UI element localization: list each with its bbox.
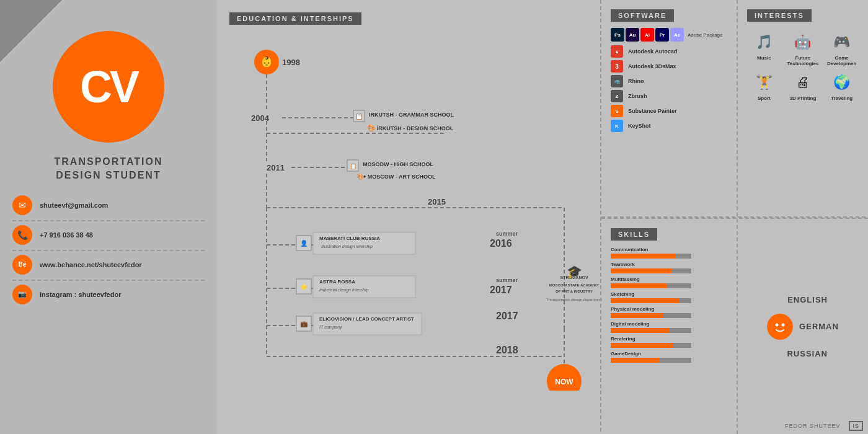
3d-printing-label: 3D Printing (790, 95, 817, 101)
skill-bar-teamwork (611, 268, 671, 273)
svg-text:2018: 2018 (496, 345, 518, 355)
svg-text:🎨: 🎨 (357, 173, 365, 180)
year-1998: 1998 (282, 58, 300, 67)
svg-text:📋: 📋 (350, 162, 357, 170)
interest-future-tech: 🤖 Future Technologies (786, 31, 820, 66)
cv-title: TRANSPORTATION DESIGN STUDENT (55, 155, 163, 183)
instagram-item: 📷 Instagram : shuteevfedor (12, 285, 205, 304)
skill-bar-multitasking (611, 283, 667, 288)
svg-text:Transportation design departme: Transportation design department (546, 298, 602, 301)
music-icon: 🎵 (753, 31, 775, 53)
traveling-icon: 🌍 (831, 71, 853, 94)
email-icon: ✉ (12, 195, 32, 215)
music-label: Music (757, 55, 771, 61)
divider-1 (12, 220, 205, 221)
svg-point-55 (771, 318, 789, 335)
skill-bar-physical-modeling (611, 313, 663, 318)
behance-item: Bē www.behance.net/shuteevfedor (12, 255, 205, 275)
svg-text:summer: summer (496, 231, 518, 237)
skill-bar-digital-modeling (611, 328, 669, 333)
game-dev-icon: 🎮 (831, 31, 853, 53)
svg-text:👤: 👤 (300, 239, 308, 247)
traveling-label: Traveling (831, 95, 852, 101)
phone-text: +7 916 036 38 48 (40, 231, 93, 239)
svg-text:💼: 💼 (300, 320, 308, 328)
svg-text:2017: 2017 (490, 285, 512, 295)
cv-circle: CV (53, 31, 164, 143)
svg-text:MOSCOW - HIGH SCHOOL: MOSCOW - HIGH SCHOOL (363, 161, 433, 167)
languages-section: ENGLISH GERMAN (738, 219, 868, 434)
footer: FEDOR SHUTEEV IS (785, 423, 863, 429)
svg-point-56 (776, 323, 779, 326)
lang-german-name: GERMAN (799, 322, 839, 331)
year-2011: 2011 (267, 163, 285, 172)
left-panel: CV TRANSPORTATION DESIGN STUDENT ✉ shute… (0, 0, 217, 434)
svg-text:👶: 👶 (260, 56, 273, 68)
3d-printing-icon: 🖨 (792, 71, 814, 94)
instagram-icon: 📷 (12, 285, 32, 304)
divider-2 (12, 250, 205, 251)
interest-traveling: 🌍 Traveling (825, 71, 859, 101)
svg-text:📋: 📋 (355, 112, 363, 120)
lang-face-icon (767, 314, 793, 340)
lang-german-row: GERMAN (767, 314, 839, 340)
timeline-svg: 👶 1998 2004 📋 IRKUTSH - GRAMMAR SCHOOL +… (229, 31, 651, 391)
behance-icon: Bē (12, 255, 32, 275)
svg-text:🎨: 🎨 (367, 123, 376, 132)
future-tech-label: Future Technologies (786, 55, 820, 66)
instagram-text: Instagram : shuteevfedor (40, 291, 121, 298)
interest-music: 🎵 Music (747, 31, 781, 66)
interests-header: INTERESTS (747, 9, 812, 22)
interest-3d-printing: 🖨 3D Printing (786, 71, 820, 101)
education-header: EDUCATION & INTERSHIPS (229, 12, 361, 25)
interest-grid: 🎵 Music 🤖 Future Technologies 🎮 Game Dev… (747, 31, 859, 101)
svg-text:Illustration design intership: Illustration design intership (321, 244, 373, 249)
svg-text:ELIGOVISION / LEAD CONCEPT ART: ELIGOVISION / LEAD CONCEPT ARTIST (319, 316, 414, 322)
divider-3 (12, 280, 205, 281)
svg-text:OF ART & INDUSTRY: OF ART & INDUSTRY (556, 290, 593, 293)
svg-text:2017: 2017 (496, 311, 518, 321)
interests-section: INTERESTS 🎵 Music 🤖 Future Technologies … (738, 0, 868, 216)
contact-section: ✉ shuteevf@gmail.com 📞 +7 916 036 38 48 … (0, 195, 217, 309)
svg-text:Industrial design intership: Industrial design intership (319, 288, 368, 293)
svg-text:+ IRKUTSH - DESIGN SCHOOL: + IRKUTSH - DESIGN SCHOOL (372, 125, 454, 131)
behance-text: www.behance.net/shuteevfedor (40, 261, 142, 268)
skill-bar-rendering (611, 343, 673, 348)
software-header: SOFTWARE (611, 9, 674, 22)
lang-russian: RUSSIAN (747, 349, 859, 358)
svg-text:🎓: 🎓 (567, 264, 582, 279)
svg-text:summer: summer (496, 277, 518, 283)
footer-logo: IS (849, 421, 863, 431)
phone-item: 📞 +7 916 036 38 48 (12, 225, 205, 245)
middle-panel: EDUCATION & INTERSHIPS 👶 1998 2004 📋 IRK… (217, 0, 601, 434)
title-section: TRANSPORTATION DESIGN STUDENT (55, 155, 163, 183)
svg-text:ASTRA ROSSA: ASTRA ROSSA (319, 279, 355, 285)
adobe-label: Adobe Package (688, 32, 723, 38)
interest-game-dev: 🎮 Game Developmen (825, 31, 859, 66)
aftereffects-icon: Ae (670, 28, 684, 42)
lang-english-name: ENGLISH (778, 295, 828, 304)
phone-icon: 📞 (12, 225, 32, 245)
svg-text:IRKUTSH - GRAMMAR SCHOOL: IRKUTSH - GRAMMAR SCHOOL (369, 112, 454, 118)
skill-bar-sketching (611, 298, 680, 303)
lang-english: ENGLISH (747, 295, 859, 304)
svg-text:NOW: NOW (555, 378, 574, 386)
future-tech-icon: 🤖 (792, 31, 814, 53)
svg-point-57 (782, 323, 785, 326)
svg-text:⭐: ⭐ (300, 283, 308, 291)
svg-text:IT company: IT company (319, 325, 342, 330)
svg-text:+ MOSCOW - ART SCHOOL: + MOSCOW - ART SCHOOL (363, 174, 436, 180)
vertical-divider (600, 0, 601, 434)
lang-russian-name: RUSSIAN (778, 349, 828, 358)
skill-bar-communication (611, 254, 675, 259)
corner-decoration (0, 0, 62, 62)
year-2015: 2015 (428, 197, 446, 206)
svg-text:MOSCOW STATE ACADEMY: MOSCOW STATE ACADEMY (549, 283, 600, 287)
email-text: shuteevf@gmail.com (40, 202, 108, 209)
interest-sport: 🏋 Sport (747, 71, 781, 101)
main-container: CV TRANSPORTATION DESIGN STUDENT ✉ shute… (0, 0, 868, 434)
email-item: ✉ shuteevf@gmail.com (12, 195, 205, 215)
sport-icon: 🏋 (753, 71, 775, 94)
skill-bar-gamedesign (611, 358, 659, 363)
premiere-icon: Pr (655, 28, 669, 42)
